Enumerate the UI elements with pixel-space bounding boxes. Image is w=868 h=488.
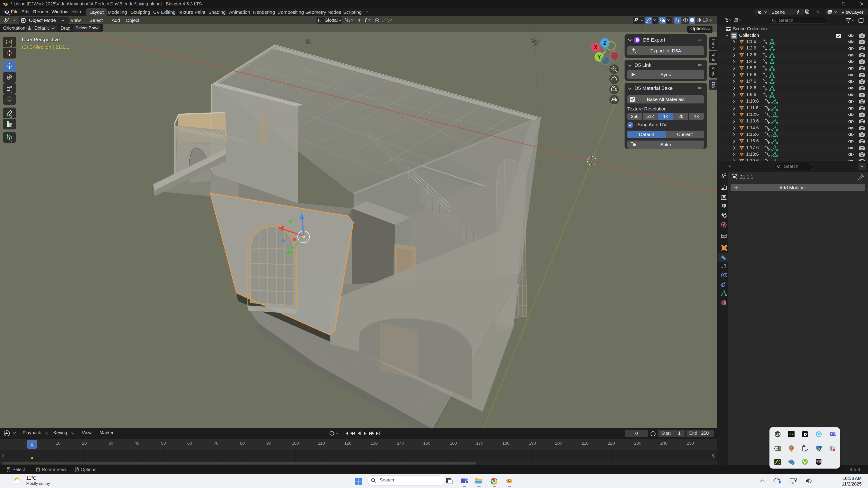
svg-text:T: T (462, 479, 464, 483)
svg-text:T: T (831, 433, 833, 436)
svg-text:w: w (776, 447, 778, 450)
svg-text:i: i (792, 462, 793, 465)
svg-text:GAMES: GAMES (817, 462, 821, 464)
svg-text:EPIC: EPIC (816, 460, 821, 462)
svg-text:Y: Y (597, 54, 601, 60)
svg-text:Z: Z (603, 40, 607, 46)
svg-text:X: X (594, 44, 597, 50)
